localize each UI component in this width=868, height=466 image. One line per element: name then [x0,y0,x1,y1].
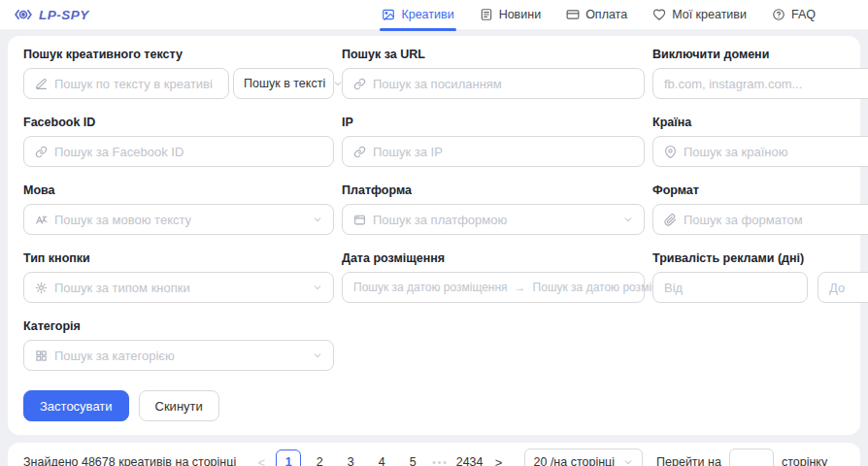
creative-text-input[interactable] [54,77,217,91]
news-icon [480,8,493,21]
field-platform: Платформа Пошук за платформою [342,183,645,235]
chevron-down-icon [313,215,322,224]
page-button-last[interactable]: 2434 [455,449,484,466]
format-select[interactable]: Пошук за форматом [652,204,868,235]
country-input-wrap [652,136,868,167]
link-icon [353,78,366,90]
chevron-down-icon [313,283,322,292]
nav-item-faq[interactable]: FAQ [772,0,816,30]
field-language: Мова Пошук за мовою тексту [23,183,334,235]
facebook-id-input[interactable] [54,145,322,159]
brand-name: LP-SPY [39,8,89,22]
page-button-5[interactable]: 5 [400,449,425,466]
nav-label: Креативи [401,8,453,21]
field-placement-date: Дата розміщення Пошук за датою розміщенн… [342,251,645,303]
pencil-icon [35,78,48,90]
duration-from-input[interactable] [664,281,796,295]
field-format: Формат Пошук за форматом [652,183,868,235]
next-page-button[interactable]: > [487,455,511,466]
button-type-select[interactable]: Пошук за типом кнопки [23,272,334,303]
results-count: Знайдено 48678 креативів на сторінці [23,455,236,466]
translate-icon [35,214,48,226]
credit-card-icon [566,8,580,21]
ip-input[interactable] [373,145,633,159]
page-button-3[interactable]: 3 [338,449,363,466]
platform-select[interactable]: Пошук за платформою [342,204,645,235]
main-nav: Креативи Новини Оплата Мої креативи FAQ [382,0,816,30]
field-url: Пошук за URL [342,48,645,99]
date-range-picker[interactable]: Пошук за датою розміщення → Пошук за дат… [342,272,645,303]
facebook-id-input-wrap [23,136,334,167]
duration-to-input[interactable] [829,281,868,295]
ellipsis-icon[interactable]: ••• [432,457,449,466]
image-icon [382,8,395,21]
duration-to-wrap [818,272,868,303]
page-button-1[interactable]: 1 [276,449,301,466]
field-duration: Тривалість реклами (дні) [652,251,868,303]
question-icon [772,8,785,21]
field-ip: IP [342,116,645,167]
nav-label: Оплата [585,8,627,21]
search-mode-select[interactable]: Пошук в тексті [233,68,334,99]
field-category: Категорія Пошук за категорією [23,319,334,371]
app-header: LP-SPY Креативи Новини Оплата Мої креати… [0,0,868,30]
arrow-right-icon: → [515,281,526,294]
paperclip-icon [664,214,677,226]
eye-logo-icon [14,5,33,24]
goto-page: Перейти на сторінку [656,449,827,466]
reset-button[interactable]: Скинути [139,390,219,421]
creative-text-input-wrap [23,68,229,99]
nav-label: FAQ [791,8,816,21]
nav-label: Новини [499,8,542,21]
pin-icon [664,146,677,158]
chevron-down-icon [623,457,633,466]
exclude-domains-input-wrap [652,68,868,99]
chevron-down-icon [623,215,633,224]
page-size-select[interactable]: 20 /на сторінці [524,449,644,466]
field-facebook-id: Facebook ID [23,116,334,167]
exclude-domains-input[interactable] [664,77,868,91]
nav-item-news[interactable]: Новини [480,0,542,30]
field-button-type: Тип кнопки Пошук за типом кнопки [23,251,334,303]
goto-page-input[interactable] [729,449,774,466]
field-label: Пошук креативного тексту [23,48,334,61]
pagination-bar: Знайдено 48678 креативів на сторінці < 1… [8,443,860,466]
brand-logo[interactable]: LP-SPY [14,5,89,24]
heart-icon [652,8,666,21]
nav-item-payment[interactable]: Оплата [566,0,627,30]
link-icon [353,146,366,158]
nav-label: Мої креативи [672,8,747,21]
field-creative-text: Пошук креативного тексту Пошук в тексті [23,48,334,99]
chevron-down-icon [313,350,322,360]
duration-from-wrap [652,272,808,303]
page-button-2[interactable]: 2 [307,449,332,466]
prev-page-button[interactable]: < [250,455,273,466]
url-input-wrap [342,68,645,99]
nav-item-creatives[interactable]: Креативи [382,0,453,30]
ip-input-wrap [342,136,645,167]
platform-icon [353,214,366,226]
link-icon [35,146,48,158]
nav-item-my-creatives[interactable]: Мої креативи [652,0,747,30]
category-select[interactable]: Пошук за категорією [23,340,334,371]
gear-icon [35,282,48,294]
field-country: Країна [652,116,868,167]
filter-panel: Пошук креативного тексту Пошук в тексті … [8,36,860,435]
grid-icon [35,350,48,362]
page-button-4[interactable]: 4 [369,449,394,466]
country-input[interactable] [684,145,868,159]
url-input[interactable] [373,77,633,91]
field-exclude-domains: Виключити домени [652,48,868,99]
apply-button[interactable]: Застосувати [23,390,129,421]
language-select[interactable]: Пошук за мовою тексту [23,204,334,235]
